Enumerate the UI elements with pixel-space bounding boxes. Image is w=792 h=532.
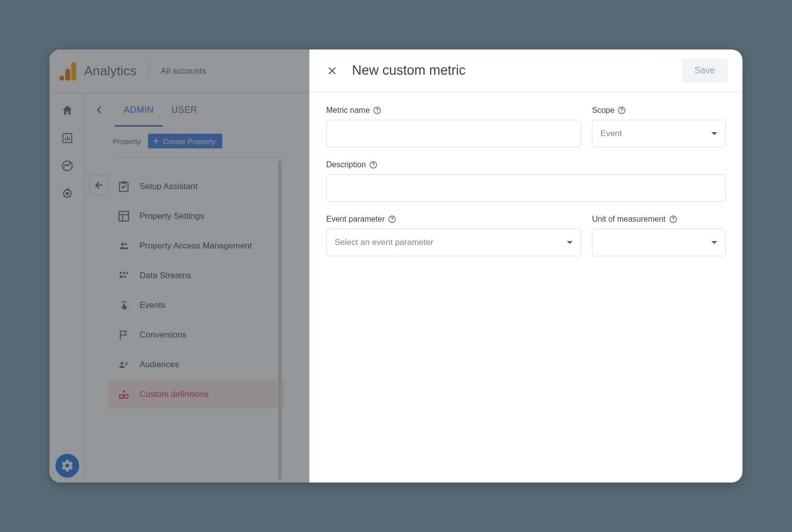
scope-label: Scope xyxy=(592,106,614,115)
chevron-down-icon xyxy=(567,241,573,244)
scope-value: Event xyxy=(600,129,622,139)
help-icon[interactable] xyxy=(388,215,396,224)
help-icon[interactable] xyxy=(373,106,382,115)
metric-name-label: Metric name xyxy=(326,106,370,115)
analytics-window: Analytics All accounts xyxy=(50,49,742,483)
event-parameter-select[interactable]: Select an event parameter xyxy=(326,229,581,256)
help-icon[interactable] xyxy=(669,215,678,224)
event-parameter-placeholder: Select an event parameter xyxy=(335,238,433,247)
close-button[interactable] xyxy=(324,63,340,79)
svg-point-25 xyxy=(377,112,378,113)
description-input[interactable] xyxy=(326,174,726,202)
event-parameter-field: Event parameter Select an event paramete… xyxy=(326,215,581,256)
svg-point-29 xyxy=(373,166,374,167)
form-body: Metric name Scope xyxy=(309,92,742,270)
svg-point-31 xyxy=(392,221,393,222)
unit-label: Unit of measurement xyxy=(592,215,666,224)
scope-field: Scope Event xyxy=(592,106,726,147)
event-parameter-label: Event parameter xyxy=(326,215,385,224)
svg-point-33 xyxy=(673,221,674,222)
help-icon[interactable] xyxy=(617,106,626,115)
close-icon xyxy=(327,65,338,76)
help-icon[interactable] xyxy=(369,160,378,169)
panel-title: New custom metric xyxy=(352,63,682,78)
metric-name-input[interactable] xyxy=(326,120,581,147)
svg-point-27 xyxy=(622,112,623,113)
new-custom-metric-panel: New custom metric Save Metric name xyxy=(309,49,742,483)
description-label: Description xyxy=(326,160,366,169)
chevron-down-icon xyxy=(711,132,717,135)
description-field: Description xyxy=(326,160,726,202)
unit-select[interactable] xyxy=(592,229,726,256)
chevron-down-icon xyxy=(711,241,717,244)
scope-select[interactable]: Event xyxy=(592,120,726,147)
metric-name-field: Metric name xyxy=(326,106,581,147)
save-button[interactable]: Save xyxy=(682,59,728,83)
panel-header: New custom metric Save xyxy=(309,49,742,92)
unit-field: Unit of measurement xyxy=(592,215,726,256)
